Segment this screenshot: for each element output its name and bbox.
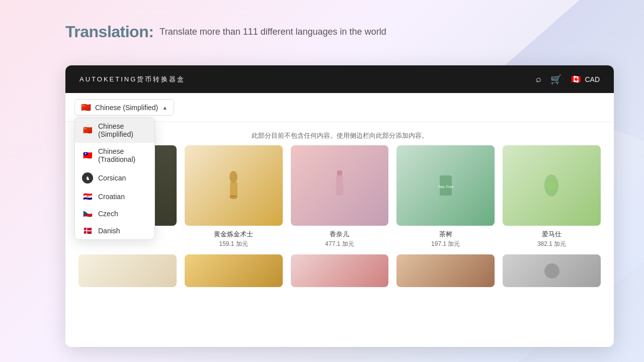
lang-label-zh-simplified: Chinese (Simplified)	[98, 122, 147, 138]
browser-window: AUTOKETING货币转换器盒 ⌕ 🛒 🇨🇦 CAD 🇨🇳 Chinese (…	[65, 65, 614, 347]
product-image-3	[291, 145, 389, 226]
product-card-bottom-5[interactable]	[503, 254, 601, 287]
flag-croatian: 🇭🇷	[82, 193, 93, 201]
product-card-4[interactable]: Tea Tree 茶树 197.1 加元	[396, 145, 495, 248]
flag-corsican: ♞	[82, 172, 93, 184]
product-price-2: 159.1 加元	[185, 240, 283, 248]
flag-danish: 🇩🇰	[82, 227, 93, 235]
product-name-2: 黄金炼金术士	[185, 230, 283, 239]
flag-czech: 🇨🇿	[82, 210, 93, 218]
product-price-4: 197.1 加元	[396, 240, 495, 248]
product-image-4: Tea Tree	[396, 145, 495, 226]
svg-text:Tea Tree: Tea Tree	[438, 185, 454, 189]
store-navbar: AUTOKETING货币转换器盒 ⌕ 🛒 🇨🇦 CAD	[65, 65, 614, 93]
currency-label: CAD	[585, 75, 600, 83]
store-logo: AUTOKETING货币转换器盒	[79, 75, 185, 84]
svg-rect-7	[336, 175, 343, 196]
lang-label-danish: Danish	[98, 227, 120, 235]
lang-label-corsican: Corsican	[98, 174, 126, 182]
product-thumbnail-2	[185, 145, 283, 226]
product-grid-bottom	[74, 248, 605, 287]
page-header: Translation: Translate more than 111 dif…	[65, 23, 386, 41]
product-name-3: 香奈儿	[291, 230, 389, 239]
chevron-up-icon: ▲	[162, 105, 168, 111]
product-card-3[interactable]: 香奈儿 477.1 加元	[291, 145, 389, 248]
product-price-5: 382.1 加元	[503, 240, 601, 248]
page-subtitle: Translate more than 111 different langua…	[159, 27, 386, 37]
store-content: 🇨🇳 Chinese (Simplified) ▲ 🇨🇳 Chinese (Si…	[65, 93, 614, 347]
svg-point-5	[229, 195, 237, 199]
flag-zh-simplified: 🇨🇳	[82, 126, 93, 134]
lang-label-zh-traditional: Chinese (Traditional)	[98, 147, 147, 163]
currency-flag: 🇨🇦	[571, 75, 582, 83]
product-card-bottom-2[interactable]	[185, 254, 283, 287]
product-name-4: 茶树	[396, 230, 495, 239]
svg-rect-6	[337, 170, 342, 175]
language-bar: 🇨🇳 Chinese (Simplified) ▲ 🇨🇳 Chinese (Si…	[65, 93, 614, 122]
lang-option-zh-simplified[interactable]: 🇨🇳 Chinese (Simplified)	[75, 118, 154, 143]
search-icon[interactable]: ⌕	[536, 74, 541, 84]
product-image-2	[185, 145, 283, 226]
lang-option-croatian[interactable]: 🇭🇷 Croatian	[75, 188, 154, 205]
language-dropdown: 🇨🇳 Chinese (Simplified) 🇹🇼 Chinese (Trad…	[74, 117, 155, 240]
lang-option-danish[interactable]: 🇩🇰 Danish	[75, 222, 154, 239]
svg-rect-4	[230, 182, 237, 197]
nav-right: ⌕ 🛒 🇨🇦 CAD	[536, 74, 600, 85]
product-card-bottom-1[interactable]	[78, 254, 177, 287]
svg-point-11	[547, 182, 555, 190]
lang-option-zh-traditional[interactable]: 🇹🇼 Chinese (Traditional)	[75, 143, 154, 168]
currency-selector[interactable]: 🇨🇦 CAD	[571, 75, 600, 83]
product-thumbnail-3	[291, 145, 389, 226]
current-lang-flag: 🇨🇳	[81, 103, 91, 112]
current-lang-label: Chinese (Simplified)	[95, 104, 158, 112]
page-title: Translation:	[65, 23, 153, 41]
lang-option-czech[interactable]: 🇨🇿 Czech	[75, 205, 154, 222]
flag-zh-traditional: 🇹🇼	[82, 151, 93, 159]
cart-icon[interactable]: 🛒	[550, 74, 561, 85]
svg-point-3	[229, 171, 237, 183]
language-selector-button[interactable]: 🇨🇳 Chinese (Simplified) ▲	[74, 99, 174, 116]
lang-label-czech: Czech	[98, 210, 118, 218]
product-name-5: 爱马仕	[503, 230, 601, 239]
product-thumbnail-4: Tea Tree	[396, 145, 495, 226]
product-image-5	[503, 145, 601, 226]
product-card-bottom-4[interactable]	[396, 254, 495, 287]
product-thumbnail-5	[503, 145, 601, 226]
lang-label-croatian: Croatian	[98, 193, 125, 201]
product-card-2[interactable]: 黄金炼金术士 159.1 加元	[185, 145, 283, 248]
product-card-bottom-3[interactable]	[291, 254, 389, 287]
product-card-5[interactable]: 爱马仕 382.1 加元	[503, 145, 601, 248]
lang-option-corsican[interactable]: ♞ Corsican	[75, 168, 154, 188]
product-price-3: 477.1 加元	[291, 240, 389, 248]
